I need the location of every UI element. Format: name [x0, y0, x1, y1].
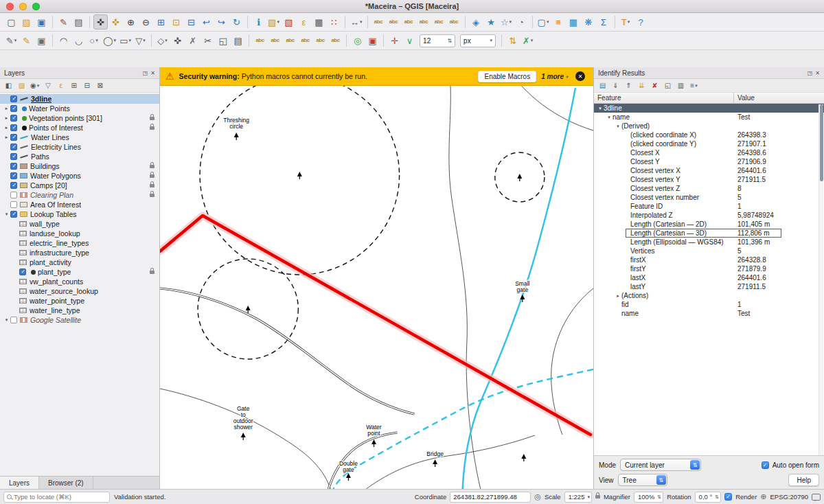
- disable-cad-icon-dropdown[interactable]: ▾: [531, 38, 534, 43]
- expand-arrow-icon[interactable]: ▾: [3, 211, 10, 217]
- add-circle-icon-dropdown[interactable]: ▾: [95, 38, 98, 43]
- filter-by-expression-icon[interactable]: ε: [55, 80, 67, 91]
- current-edits-icon-dropdown[interactable]: ▾: [14, 38, 17, 43]
- move-rotate-label-icon[interactable]: abc: [313, 33, 328, 48]
- layer-item-camps-20[interactable]: Camps [20]: [0, 181, 159, 190]
- map-refresh-icon[interactable]: ↻: [229, 14, 244, 30]
- measure-icon[interactable]: ↔▾: [349, 14, 364, 30]
- new-map-view-icon-dropdown[interactable]: ▾: [547, 19, 549, 25]
- locator-search[interactable]: [3, 492, 110, 503]
- show-bookmarks-icon[interactable]: ☆▾: [499, 14, 514, 30]
- zoom-in-icon[interactable]: ⊕: [124, 14, 138, 30]
- project-open-icon[interactable]: ▨: [19, 14, 34, 30]
- vertex-tool-icon-dropdown[interactable]: ▾: [165, 38, 168, 43]
- panel-float-icon[interactable]: ◳: [808, 70, 813, 76]
- text-annotation-icon[interactable]: T▾: [619, 14, 633, 30]
- layer-visibility-checkbox[interactable]: [10, 182, 17, 189]
- layer-item-plant-activity[interactable]: plant_activity: [0, 257, 159, 267]
- identify-row-length-cartesian-2d[interactable]: Length (Cartesian — 2D)101,405 m: [594, 220, 824, 229]
- identify-row-feature-id[interactable]: Feature ID1: [594, 202, 824, 211]
- layer-labeling-icon[interactable]: abc: [253, 33, 267, 48]
- add-circular-string-radius-icon[interactable]: ◡: [71, 33, 86, 48]
- processing-grid-icon[interactable]: ▦: [566, 14, 581, 30]
- expand-arrow-icon[interactable]: ▾: [606, 115, 613, 120]
- perpendicular-icon[interactable]: ⇅: [505, 33, 520, 48]
- identify-row-length-cartesian-3d[interactable]: Length (Cartesian — 3D)112,806 m: [594, 229, 824, 238]
- add-ellipse-icon[interactable]: ◯▾: [102, 33, 117, 48]
- add-circle-icon[interactable]: ○▾: [87, 33, 101, 48]
- show-bookmarks-icon-dropdown[interactable]: ▾: [510, 19, 512, 25]
- identify-scrollbar[interactable]: [819, 104, 823, 455]
- plugin-icon[interactable]: ▣: [365, 33, 380, 48]
- expand-arrow-icon[interactable]: ▸: [615, 293, 621, 299]
- identify-row-vertices[interactable]: Vertices5: [594, 247, 824, 255]
- layer-item-plant-type[interactable]: plant_type: [0, 267, 159, 277]
- layer-diagram-icon[interactable]: abc: [268, 33, 282, 48]
- layer-item-water-source-lookup[interactable]: water_source_lookup: [0, 286, 159, 296]
- render-checkbox[interactable]: [724, 493, 732, 501]
- layer-item-electric-line-types[interactable]: electric_line_types: [0, 238, 159, 248]
- layer-visibility-checkbox[interactable]: [10, 172, 17, 179]
- collapse-tree-icon[interactable]: ⇑: [623, 80, 634, 91]
- pan-to-selection-icon[interactable]: ✜: [108, 14, 123, 30]
- stepper-icon[interactable]: ⇅: [657, 494, 661, 500]
- layer-item-paths[interactable]: Paths: [0, 152, 159, 161]
- tracing-icon[interactable]: ∨: [402, 33, 417, 48]
- temporal-controller-icon[interactable]: ◔: [514, 14, 529, 30]
- layer-item-vegetation-points-301[interactable]: ▸Vegetation points [301]: [0, 113, 159, 123]
- layer-visibility-checkbox[interactable]: [10, 192, 17, 198]
- cad-unit-select-dropdown[interactable]: ▾: [490, 38, 493, 43]
- layer-item-3dline[interactable]: 3dline: [0, 94, 159, 104]
- toggle-editing-icon[interactable]: ✎: [19, 33, 34, 48]
- expand-arrow-icon[interactable]: ▾: [597, 106, 604, 111]
- scale-lock-icon[interactable]: [595, 495, 600, 499]
- identify-row-clicked-coordinate-x[interactable]: (clicked coordinate X)264398.3: [594, 130, 824, 139]
- feature-column-header[interactable]: Feature: [594, 93, 734, 103]
- select-features-icon[interactable]: ▧▾: [266, 14, 281, 30]
- paste-features-icon[interactable]: ▤: [231, 33, 245, 48]
- add-polygon-icon[interactable]: ▽▾: [133, 33, 148, 48]
- layer-visibility-checkbox[interactable]: [10, 95, 17, 102]
- view-select[interactable]: Tree⇅: [618, 474, 667, 486]
- identify-features-icon[interactable]: ℹ: [251, 14, 266, 30]
- delete-selected-icon[interactable]: ✗: [185, 33, 200, 48]
- cut-features-icon[interactable]: ✂: [201, 33, 215, 48]
- collapse-all-icon[interactable]: ⊟: [81, 80, 93, 91]
- layer-visibility-checkbox[interactable]: [10, 163, 17, 170]
- expand-arrow-icon[interactable]: ▸: [3, 115, 10, 121]
- rotation-combo[interactable]: 0,0 °⇅: [695, 492, 722, 503]
- project-save-icon[interactable]: ▣: [34, 14, 49, 30]
- open-attribute-table-icon[interactable]: ▦: [312, 14, 326, 30]
- new-map-view-icon[interactable]: ▢▾: [536, 14, 551, 30]
- layer-item-clearing-plan[interactable]: Clearing Plan: [0, 190, 159, 200]
- cad-construction-icon[interactable]: ✛: [387, 33, 402, 48]
- zoom-next-icon[interactable]: ↪: [214, 14, 229, 30]
- minimize-window-button[interactable]: [19, 3, 27, 10]
- scrollbar-thumb[interactable]: [820, 104, 823, 181]
- messages-icon[interactable]: [812, 494, 821, 501]
- open-layer-styling-icon[interactable]: ◧: [3, 80, 14, 91]
- select-features-icon-dropdown[interactable]: ▾: [277, 19, 279, 25]
- text-annotation-icon-dropdown[interactable]: ▾: [628, 19, 630, 25]
- identify-row-firstx[interactable]: firstX264328.8: [594, 255, 824, 264]
- identify-row-lasty[interactable]: lastY271911.5: [594, 282, 824, 291]
- identify-row-clicked-coordinate-y[interactable]: (clicked coordinate Y)271907.1: [594, 139, 824, 148]
- layer-visibility-checkbox[interactable]: [10, 105, 17, 112]
- identify-row-closest-x[interactable]: Closest X264398.6: [594, 148, 824, 157]
- add-circular-string-icon[interactable]: ◠: [56, 33, 71, 48]
- layer-visibility-checkbox[interactable]: [10, 153, 17, 160]
- identify-settings-icon-dropdown[interactable]: ▾: [695, 83, 698, 89]
- expand-arrow-icon[interactable]: ▸: [3, 106, 10, 111]
- cad-distance-input[interactable]: 12⇅: [420, 34, 455, 47]
- layer-item-water-point-type[interactable]: water_point_type: [0, 296, 159, 306]
- more-warnings-button[interactable]: 1 more▾: [541, 73, 568, 80]
- zoom-to-layer-icon[interactable]: ⊟: [184, 14, 198, 30]
- measure-icon-dropdown[interactable]: ▾: [360, 19, 363, 25]
- move-label-icon[interactable]: abc: [417, 14, 431, 30]
- close-window-button[interactable]: [6, 3, 14, 10]
- show-hide-labels-icon[interactable]: abc: [298, 33, 312, 48]
- expand-tree-icon[interactable]: ⇓: [610, 80, 621, 91]
- freeze-canvas-icon[interactable]: ❋: [582, 14, 596, 30]
- layer-item-google-satellite[interactable]: ▾Google Satellite: [0, 315, 159, 325]
- identify-row-firsty[interactable]: firstY271879.9: [594, 264, 824, 273]
